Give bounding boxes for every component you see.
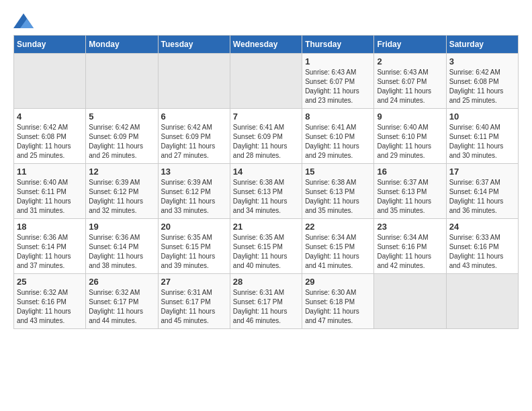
calendar-cell: 18Sunrise: 6:36 AMSunset: 6:14 PMDayligh… bbox=[14, 219, 86, 274]
day-number: 5 bbox=[89, 111, 154, 122]
day-number: 29 bbox=[305, 277, 371, 287]
day-number: 9 bbox=[377, 111, 443, 122]
day-number: 18 bbox=[17, 222, 83, 232]
day-info: Sunrise: 6:36 AMSunset: 6:14 PMDaylight:… bbox=[89, 233, 154, 271]
day-number: 22 bbox=[305, 222, 371, 232]
calendar-cell: 19Sunrise: 6:36 AMSunset: 6:14 PMDayligh… bbox=[86, 219, 158, 274]
day-info: Sunrise: 6:38 AMSunset: 6:13 PMDaylight:… bbox=[233, 178, 299, 216]
day-info: Sunrise: 6:31 AMSunset: 6:17 PMDaylight:… bbox=[161, 288, 227, 326]
calendar-cell bbox=[230, 54, 302, 109]
day-info: Sunrise: 6:37 AMSunset: 6:13 PMDaylight:… bbox=[377, 178, 443, 216]
week-row-3: 18Sunrise: 6:36 AMSunset: 6:14 PMDayligh… bbox=[14, 219, 519, 274]
day-info: Sunrise: 6:42 AMSunset: 6:09 PMDaylight:… bbox=[161, 123, 227, 161]
logo bbox=[13, 13, 36, 28]
day-number: 26 bbox=[89, 277, 154, 287]
day-number: 15 bbox=[305, 167, 371, 177]
calendar-cell: 4Sunrise: 6:42 AMSunset: 6:08 PMDaylight… bbox=[14, 109, 86, 164]
day-info: Sunrise: 6:33 AMSunset: 6:16 PMDaylight:… bbox=[449, 233, 515, 271]
day-number: 4 bbox=[17, 111, 83, 122]
weekday-header-friday: Friday bbox=[374, 36, 446, 54]
day-info: Sunrise: 6:32 AMSunset: 6:16 PMDaylight:… bbox=[17, 288, 83, 326]
day-number: 27 bbox=[161, 277, 227, 287]
calendar-cell: 14Sunrise: 6:38 AMSunset: 6:13 PMDayligh… bbox=[230, 164, 302, 219]
day-info: Sunrise: 6:39 AMSunset: 6:12 PMDaylight:… bbox=[161, 178, 227, 216]
day-number: 12 bbox=[89, 167, 154, 177]
calendar-cell: 7Sunrise: 6:41 AMSunset: 6:09 PMDaylight… bbox=[230, 109, 302, 164]
weekday-header-saturday: Saturday bbox=[446, 36, 518, 54]
day-info: Sunrise: 6:35 AMSunset: 6:15 PMDaylight:… bbox=[161, 233, 227, 271]
header bbox=[13, 13, 519, 28]
day-info: Sunrise: 6:41 AMSunset: 6:10 PMDaylight:… bbox=[305, 123, 371, 161]
calendar-cell: 20Sunrise: 6:35 AMSunset: 6:15 PMDayligh… bbox=[158, 219, 230, 274]
calendar-cell: 24Sunrise: 6:33 AMSunset: 6:16 PMDayligh… bbox=[446, 219, 518, 274]
week-row-2: 11Sunrise: 6:40 AMSunset: 6:11 PMDayligh… bbox=[14, 164, 519, 219]
calendar-cell: 15Sunrise: 6:38 AMSunset: 6:13 PMDayligh… bbox=[302, 164, 374, 219]
weekday-header-tuesday: Tuesday bbox=[158, 36, 230, 54]
day-number: 21 bbox=[233, 222, 299, 232]
calendar-cell: 5Sunrise: 6:42 AMSunset: 6:09 PMDaylight… bbox=[86, 109, 158, 164]
day-info: Sunrise: 6:34 AMSunset: 6:16 PMDaylight:… bbox=[377, 233, 443, 271]
calendar-cell: 2Sunrise: 6:43 AMSunset: 6:07 PMDaylight… bbox=[374, 54, 446, 109]
calendar-cell: 11Sunrise: 6:40 AMSunset: 6:11 PMDayligh… bbox=[14, 164, 86, 219]
calendar-cell: 28Sunrise: 6:31 AMSunset: 6:17 PMDayligh… bbox=[230, 274, 302, 329]
day-info: Sunrise: 6:42 AMSunset: 6:08 PMDaylight:… bbox=[449, 68, 515, 105]
calendar-cell bbox=[446, 274, 518, 329]
day-number: 20 bbox=[161, 222, 227, 232]
calendar-cell: 23Sunrise: 6:34 AMSunset: 6:16 PMDayligh… bbox=[374, 219, 446, 274]
week-row-0: 1Sunrise: 6:43 AMSunset: 6:07 PMDaylight… bbox=[14, 54, 519, 109]
day-number: 7 bbox=[233, 111, 299, 122]
calendar-cell bbox=[14, 54, 86, 109]
weekday-header-sunday: Sunday bbox=[14, 36, 86, 54]
day-number: 11 bbox=[17, 167, 83, 177]
calendar-cell: 9Sunrise: 6:40 AMSunset: 6:10 PMDaylight… bbox=[374, 109, 446, 164]
day-number: 24 bbox=[449, 222, 515, 232]
day-number: 3 bbox=[449, 56, 515, 66]
calendar-table: SundayMondayTuesdayWednesdayThursdayFrid… bbox=[13, 35, 519, 329]
day-info: Sunrise: 6:41 AMSunset: 6:09 PMDaylight:… bbox=[233, 123, 299, 161]
calendar-cell: 25Sunrise: 6:32 AMSunset: 6:16 PMDayligh… bbox=[14, 274, 86, 329]
weekday-header-thursday: Thursday bbox=[302, 36, 374, 54]
calendar-cell: 16Sunrise: 6:37 AMSunset: 6:13 PMDayligh… bbox=[374, 164, 446, 219]
calendar-cell: 8Sunrise: 6:41 AMSunset: 6:10 PMDaylight… bbox=[302, 109, 374, 164]
day-info: Sunrise: 6:31 AMSunset: 6:17 PMDaylight:… bbox=[233, 288, 299, 326]
day-info: Sunrise: 6:43 AMSunset: 6:07 PMDaylight:… bbox=[305, 68, 371, 105]
calendar-cell bbox=[158, 54, 230, 109]
calendar-cell: 29Sunrise: 6:30 AMSunset: 6:18 PMDayligh… bbox=[302, 274, 374, 329]
day-number: 23 bbox=[377, 222, 443, 232]
calendar-cell bbox=[374, 274, 446, 329]
day-number: 25 bbox=[17, 277, 83, 287]
day-info: Sunrise: 6:40 AMSunset: 6:11 PMDaylight:… bbox=[17, 178, 83, 216]
logo-icon bbox=[13, 13, 34, 28]
calendar-cell: 6Sunrise: 6:42 AMSunset: 6:09 PMDaylight… bbox=[158, 109, 230, 164]
calendar-cell: 26Sunrise: 6:32 AMSunset: 6:17 PMDayligh… bbox=[86, 274, 158, 329]
day-info: Sunrise: 6:43 AMSunset: 6:07 PMDaylight:… bbox=[377, 68, 443, 105]
day-number: 14 bbox=[233, 167, 299, 177]
calendar-cell: 21Sunrise: 6:35 AMSunset: 6:15 PMDayligh… bbox=[230, 219, 302, 274]
day-number: 6 bbox=[161, 111, 227, 122]
week-row-1: 4Sunrise: 6:42 AMSunset: 6:08 PMDaylight… bbox=[14, 109, 519, 164]
day-info: Sunrise: 6:39 AMSunset: 6:12 PMDaylight:… bbox=[89, 178, 154, 216]
calendar-cell: 1Sunrise: 6:43 AMSunset: 6:07 PMDaylight… bbox=[302, 54, 374, 109]
day-number: 2 bbox=[377, 56, 443, 66]
calendar-cell: 10Sunrise: 6:40 AMSunset: 6:11 PMDayligh… bbox=[446, 109, 518, 164]
day-info: Sunrise: 6:42 AMSunset: 6:09 PMDaylight:… bbox=[89, 123, 154, 161]
day-info: Sunrise: 6:35 AMSunset: 6:15 PMDaylight:… bbox=[233, 233, 299, 271]
calendar-cell: 27Sunrise: 6:31 AMSunset: 6:17 PMDayligh… bbox=[158, 274, 230, 329]
calendar-cell: 22Sunrise: 6:34 AMSunset: 6:15 PMDayligh… bbox=[302, 219, 374, 274]
calendar-cell: 17Sunrise: 6:37 AMSunset: 6:14 PMDayligh… bbox=[446, 164, 518, 219]
day-number: 19 bbox=[89, 222, 154, 232]
day-info: Sunrise: 6:30 AMSunset: 6:18 PMDaylight:… bbox=[305, 288, 371, 326]
day-info: Sunrise: 6:42 AMSunset: 6:08 PMDaylight:… bbox=[17, 123, 83, 161]
day-info: Sunrise: 6:37 AMSunset: 6:14 PMDaylight:… bbox=[449, 178, 515, 216]
day-number: 16 bbox=[377, 167, 443, 177]
calendar-cell: 3Sunrise: 6:42 AMSunset: 6:08 PMDaylight… bbox=[446, 54, 518, 109]
day-info: Sunrise: 6:40 AMSunset: 6:10 PMDaylight:… bbox=[377, 123, 443, 161]
weekday-header-wednesday: Wednesday bbox=[230, 36, 302, 54]
day-info: Sunrise: 6:34 AMSunset: 6:15 PMDaylight:… bbox=[305, 233, 371, 271]
weekday-header-monday: Monday bbox=[86, 36, 158, 54]
day-number: 8 bbox=[305, 111, 371, 122]
day-number: 17 bbox=[449, 167, 515, 177]
day-number: 13 bbox=[161, 167, 227, 177]
calendar-cell bbox=[86, 54, 158, 109]
day-info: Sunrise: 6:36 AMSunset: 6:14 PMDaylight:… bbox=[17, 233, 83, 271]
